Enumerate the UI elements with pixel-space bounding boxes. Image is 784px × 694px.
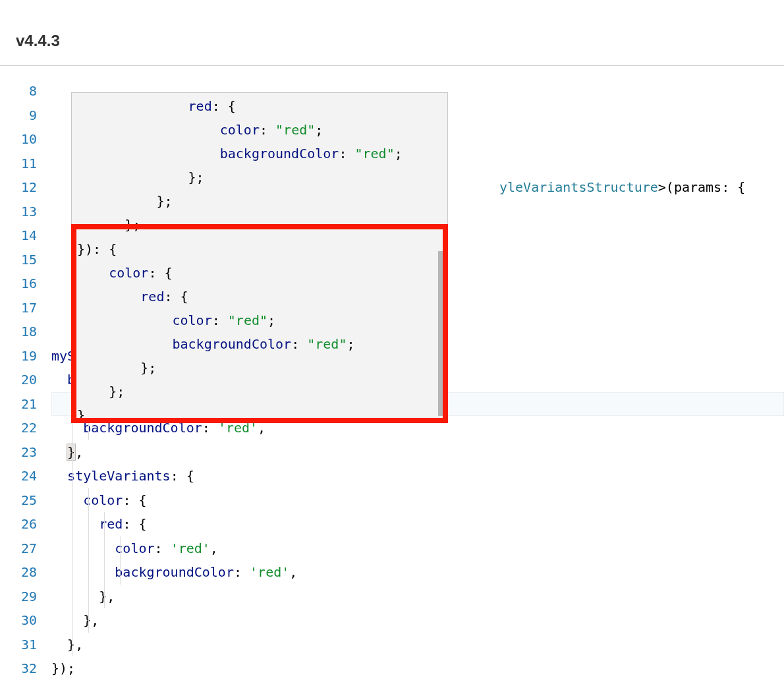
line-number: 28 (0, 560, 37, 585)
bracket-close: } (67, 444, 75, 460)
type-fragment: yleVariantsStructure>(params: { (499, 179, 745, 195)
code-line[interactable]: }, (51, 585, 784, 609)
version-badge[interactable]: v4.4.3 (7, 26, 69, 55)
line-number: 18 (0, 320, 37, 344)
prop: styleVariants (67, 468, 171, 484)
prop: color (83, 492, 123, 508)
line-number-gutter: 8910111213141516171819202122232425262728… (0, 79, 51, 681)
line-number: 13 (0, 200, 37, 224)
line-number: 32 (0, 656, 37, 681)
line-number: 27 (0, 536, 37, 561)
line-number: 20 (0, 368, 37, 392)
code-line[interactable]: color: 'red', (51, 536, 784, 561)
line-number: 14 (0, 223, 37, 248)
hover-scrollbar[interactable] (438, 251, 447, 416)
line-number: 26 (0, 512, 37, 536)
code-line[interactable]: red: { (51, 512, 784, 536)
line-number: 31 (0, 633, 37, 657)
prop: red (99, 516, 123, 532)
line-number: 23 (0, 440, 37, 465)
line-number: 24 (0, 464, 37, 488)
code-line[interactable]: backgroundColor: 'red', (51, 560, 784, 585)
line-number: 30 (0, 608, 37, 633)
code-line[interactable]: styleVariants: { (51, 464, 784, 488)
code-line[interactable]: }, (51, 440, 784, 465)
line-number: 11 (0, 152, 37, 176)
code-line[interactable]: color: { (51, 488, 784, 513)
code-line[interactable]: }); (51, 656, 784, 681)
line-number: 12 (0, 175, 37, 200)
line-number: 17 (0, 296, 37, 320)
line-number: 9 (0, 103, 37, 128)
top-bar: v4.4.3 (0, 0, 784, 66)
line-number: 29 (0, 585, 37, 609)
prop: color (115, 540, 154, 556)
prop: backgroundColor (115, 564, 234, 580)
hover-tooltip[interactable]: red: { color: "red"; backgroundColor: "r… (71, 92, 448, 423)
code-line[interactable]: }, (51, 608, 784, 633)
line-number: 21 (0, 392, 37, 417)
hover-content: red: { color: "red"; backgroundColor: "r… (72, 93, 447, 423)
line-number: 25 (0, 488, 37, 513)
code-line[interactable]: }, (51, 633, 784, 657)
string: 'red' (250, 564, 289, 580)
line-number: 8 (0, 79, 37, 103)
line-number: 10 (0, 127, 37, 152)
line-number: 22 (0, 416, 37, 440)
line-number: 16 (0, 272, 37, 296)
line-number: 15 (0, 248, 37, 272)
line-number: 19 (0, 344, 37, 368)
string: 'red' (171, 540, 210, 556)
